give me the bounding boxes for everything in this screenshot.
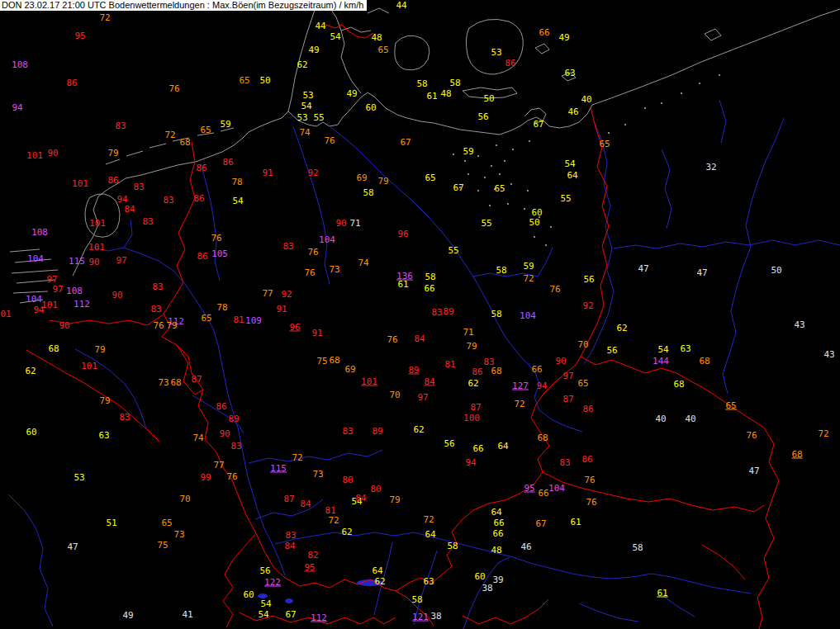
station-value: 73	[312, 470, 323, 479]
station-value: 65	[377, 45, 388, 54]
station-value: 83	[342, 427, 353, 436]
station-value: 97	[417, 393, 428, 402]
station-value: 92	[307, 168, 318, 177]
station-value: 55	[448, 246, 458, 255]
station-value: 90	[59, 321, 69, 330]
station-value: 94	[12, 103, 22, 112]
station-value: 89	[408, 366, 419, 375]
station-value: 62	[413, 425, 424, 434]
station-value: 65	[201, 314, 211, 323]
station-value: 83	[142, 217, 153, 226]
station-value: 69	[344, 365, 355, 374]
station-value: 69	[356, 173, 367, 182]
station-value: 87	[562, 395, 573, 404]
station-value: 54	[330, 32, 340, 41]
station-value: 53	[297, 113, 307, 122]
station-value: 79	[99, 396, 110, 405]
station-value: 81	[325, 506, 335, 515]
station-value: 87	[191, 375, 202, 384]
station-value: 73	[329, 265, 339, 274]
station-value: 60	[243, 590, 254, 599]
station-value: 83	[152, 282, 163, 291]
station-value: 86	[222, 158, 233, 167]
station-value: 66	[472, 444, 483, 453]
station-value: 61	[426, 92, 437, 101]
station-value: 96	[289, 323, 300, 332]
station-value: 122	[264, 578, 281, 587]
station-value: 80	[342, 475, 353, 485]
station-value: 58	[363, 188, 373, 197]
station-value: 55	[481, 219, 491, 228]
station-value: 68	[791, 450, 802, 459]
station-value: 49	[308, 45, 319, 54]
station-value: 56	[606, 346, 617, 355]
station-value: 95	[74, 31, 85, 40]
station-value: 76	[549, 285, 560, 294]
station-value: 84	[414, 334, 425, 343]
station-value: 55	[313, 113, 324, 122]
station-value: 44	[396, 1, 406, 10]
station-value: 61	[570, 518, 581, 527]
station-value: 53	[74, 473, 84, 482]
station-value: 83	[115, 121, 126, 130]
station-value: 81	[233, 315, 244, 324]
station-value: 76	[584, 475, 595, 485]
station-value: 90	[555, 357, 566, 366]
station-value: 67	[533, 120, 543, 129]
station-value: 48	[440, 89, 451, 98]
station-value: 56	[477, 112, 488, 121]
station-value: 71	[349, 219, 360, 228]
station-value: 94	[116, 195, 127, 204]
station-value: 105	[211, 249, 228, 258]
station-value: 53	[491, 48, 501, 57]
station-value: 78	[231, 177, 242, 187]
station-value: 67	[285, 610, 296, 619]
station-value: 83	[559, 458, 570, 467]
station-value: 58	[411, 595, 422, 604]
station-value: 66	[538, 489, 548, 498]
station-value: 44	[315, 21, 325, 31]
station-value: 58	[491, 310, 501, 319]
station-value: 54	[260, 599, 271, 608]
station-value: 65	[239, 76, 249, 85]
station-value: 89	[372, 427, 382, 436]
station-value: 89	[228, 414, 239, 423]
station-value: 59	[220, 120, 230, 129]
station-value: 65	[725, 401, 736, 410]
station-value: 64	[497, 442, 508, 451]
station-value: 59	[523, 262, 534, 271]
station-value: 76	[586, 498, 596, 507]
station-value: 68	[491, 367, 501, 376]
station-value: 83	[431, 308, 442, 317]
station-value: 70	[179, 494, 190, 504]
station-value: 39	[492, 575, 503, 584]
map-title: DON 23.02.17 21:00 UTC Bodenwettermeldun…	[0, 0, 367, 11]
station-value: 76	[226, 472, 237, 481]
station-value: 50	[483, 94, 494, 103]
station-value: 72	[818, 429, 828, 438]
station-value: 56	[444, 439, 454, 448]
station-value: 108	[31, 228, 48, 237]
station-value: 86	[472, 367, 482, 376]
station-value: 76	[304, 268, 315, 277]
station-value: 76	[168, 84, 179, 93]
station-value: 74	[192, 433, 203, 442]
station-value: 86	[196, 163, 206, 173]
station-value: 76	[746, 431, 757, 440]
station-value: 50	[529, 218, 539, 227]
station-value: 56	[583, 275, 594, 284]
station-value: 79	[466, 342, 477, 351]
station-value: 109	[245, 316, 262, 325]
station-value: 54	[258, 610, 268, 619]
station-value: 38	[482, 584, 492, 593]
station-value: 86	[193, 194, 204, 203]
station-value: 41	[182, 610, 192, 619]
station-value: 67	[400, 138, 411, 147]
station-value: 83	[119, 413, 130, 422]
station-value: 84	[124, 205, 135, 214]
station-value: 58	[425, 272, 435, 281]
station-value: 70	[577, 340, 588, 349]
station-value: 86	[197, 252, 207, 261]
station-value: 54	[564, 159, 575, 168]
station-value: 79	[107, 149, 118, 158]
